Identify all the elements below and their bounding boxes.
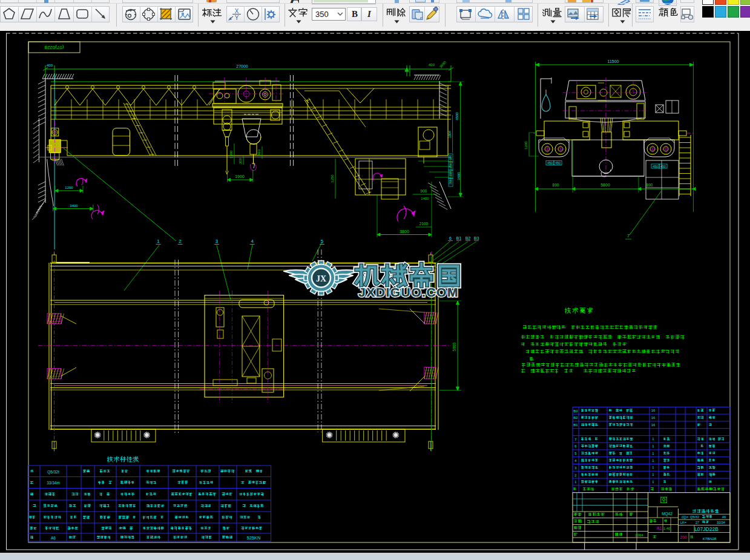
svg-text:450: 450 bbox=[660, 165, 666, 168]
svg-text:2100: 2100 bbox=[419, 222, 429, 226]
svg-text:4: 4 bbox=[251, 239, 254, 244]
svg-text:JX: JX bbox=[316, 274, 326, 283]
svg-text:3: 3 bbox=[215, 239, 219, 244]
svg-text:1: 1 bbox=[652, 459, 654, 463]
svg-text:1804: 1804 bbox=[448, 131, 452, 138]
svg-text:Y: Y bbox=[235, 15, 239, 21]
svg-text:32/34: 32/34 bbox=[717, 521, 725, 524]
svg-text:1: 1 bbox=[652, 444, 654, 448]
svg-text:1: 1 bbox=[652, 466, 654, 469]
svg-text:16: 16 bbox=[651, 409, 656, 412]
svg-text:1: 1 bbox=[574, 480, 577, 484]
svg-text:3600: 3600 bbox=[457, 172, 461, 180]
svg-text:A6: A6 bbox=[51, 536, 56, 540]
svg-text:1200: 1200 bbox=[229, 150, 233, 159]
svg-text:1250: 1250 bbox=[331, 174, 334, 183]
svg-text:900: 900 bbox=[421, 189, 427, 193]
svg-text:150: 150 bbox=[449, 155, 452, 160]
svg-text:A1: A1 bbox=[657, 526, 662, 530]
svg-text:5: 5 bbox=[321, 239, 324, 244]
svg-text:890: 890 bbox=[553, 183, 559, 187]
svg-text:6: 6 bbox=[574, 444, 577, 448]
svg-text:3: 3 bbox=[574, 466, 577, 470]
svg-text:B2: B2 bbox=[573, 416, 578, 420]
svg-text:4500: 4500 bbox=[455, 112, 459, 120]
svg-text:1: 1 bbox=[157, 239, 160, 244]
svg-text:MQ42: MQ42 bbox=[662, 512, 673, 516]
svg-text:33/34m: 33/34m bbox=[47, 481, 60, 485]
svg-text:150: 150 bbox=[449, 171, 452, 177]
svg-text:400: 400 bbox=[47, 64, 53, 67]
svg-text:250: 250 bbox=[449, 163, 452, 168]
svg-text:A6: A6 bbox=[722, 515, 726, 519]
svg-text:16: 16 bbox=[651, 416, 656, 420]
svg-text:B3: B3 bbox=[474, 236, 479, 240]
svg-text:1: 1 bbox=[652, 452, 654, 455]
svg-text:450: 450 bbox=[547, 161, 553, 165]
svg-text:1: 1 bbox=[652, 473, 654, 476]
svg-text:Q5/32t: Q5/32t bbox=[47, 470, 59, 475]
svg-text:(Q)=: (Q)= bbox=[682, 515, 688, 519]
svg-text:6: 6 bbox=[449, 236, 452, 240]
svg-text:11500: 11500 bbox=[608, 59, 619, 64]
svg-text:JXDIGUO.COM: JXDIGUO.COM bbox=[358, 285, 459, 299]
svg-text:493: 493 bbox=[257, 149, 261, 156]
svg-text:1: 1 bbox=[652, 480, 654, 484]
svg-text:1200: 1200 bbox=[524, 141, 528, 150]
svg-text:(07)0228: (07)0228 bbox=[44, 45, 64, 50]
svg-text:16: 16 bbox=[651, 423, 656, 427]
svg-text:3690: 3690 bbox=[439, 60, 447, 69]
svg-text:200: 200 bbox=[449, 179, 452, 185]
svg-text:2004: 2004 bbox=[635, 533, 643, 537]
svg-text:1:40: 1:40 bbox=[663, 527, 671, 530]
svg-text:450: 450 bbox=[653, 165, 658, 168]
svg-text:5800: 5800 bbox=[452, 342, 456, 351]
svg-text:B1: B1 bbox=[456, 236, 462, 240]
svg-text:27: 27 bbox=[696, 521, 699, 524]
svg-text:LK=: LK= bbox=[680, 521, 686, 524]
svg-text:B3: B3 bbox=[573, 409, 578, 413]
svg-text:3400: 3400 bbox=[70, 204, 78, 208]
svg-text:5800: 5800 bbox=[600, 183, 610, 187]
svg-text:Q5/32: Q5/32 bbox=[690, 515, 699, 519]
svg-text:890: 890 bbox=[646, 183, 653, 187]
svg-text:4: 4 bbox=[574, 459, 577, 463]
svg-text:2: 2 bbox=[179, 239, 182, 244]
svg-text:5: 5 bbox=[574, 452, 577, 455]
svg-text:300: 300 bbox=[238, 157, 242, 164]
svg-text:400: 400 bbox=[429, 63, 435, 67]
svg-text:200: 200 bbox=[680, 535, 687, 539]
svg-text:525KN: 525KN bbox=[247, 535, 261, 541]
svg-text:3800: 3800 bbox=[400, 229, 409, 234]
svg-text:K7BN28: K7BN28 bbox=[703, 537, 717, 541]
svg-text:7: 7 bbox=[574, 438, 577, 441]
svg-text:X: X bbox=[235, 8, 239, 15]
svg-text:1400: 1400 bbox=[421, 197, 429, 200]
svg-text:2: 2 bbox=[574, 473, 577, 477]
svg-text:B2: B2 bbox=[465, 236, 471, 240]
svg-text:1900: 1900 bbox=[235, 174, 245, 179]
svg-text:450: 450 bbox=[555, 161, 561, 165]
svg-text:1: 1 bbox=[652, 437, 654, 441]
svg-text:L07JD22B: L07JD22B bbox=[694, 526, 719, 532]
svg-text:7: 7 bbox=[627, 233, 630, 239]
svg-text:B1: B1 bbox=[573, 423, 578, 427]
svg-text:1200: 1200 bbox=[65, 186, 73, 189]
svg-text:27000: 27000 bbox=[236, 64, 248, 68]
